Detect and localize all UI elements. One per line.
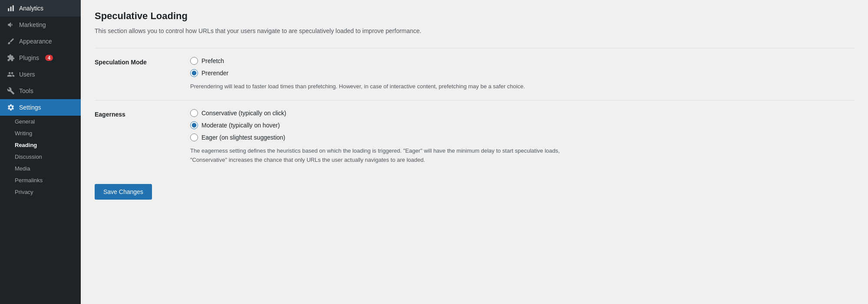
- plugins-badge: 4: [45, 55, 53, 61]
- submenu-item-reading[interactable]: Reading: [0, 139, 81, 151]
- prefetch-option[interactable]: Prefetch: [190, 57, 854, 65]
- speculation-mode-controls: Prefetch Prerender Prerendering will lea…: [190, 57, 854, 91]
- sidebar-item-users-label: Users: [19, 71, 35, 78]
- megaphone-icon: [7, 21, 15, 29]
- sidebar-item-plugins-label: Plugins: [19, 54, 39, 61]
- main-content: Speculative Loading This section allows …: [81, 0, 868, 304]
- submenu-item-privacy[interactable]: Privacy: [0, 186, 81, 198]
- wrench-icon: [7, 87, 15, 95]
- sidebar-item-analytics[interactable]: Analytics: [0, 0, 81, 17]
- speculation-mode-helper: Prerendering will lead to faster load ti…: [190, 82, 564, 91]
- conservative-label: Conservative (typically on click): [201, 110, 286, 117]
- sidebar-item-tools[interactable]: Tools: [0, 83, 81, 99]
- settings-row-eagerness: Eagerness Conservative (typically on cli…: [95, 100, 854, 174]
- sidebar-item-settings-label: Settings: [19, 104, 41, 111]
- paintbrush-icon: [7, 37, 15, 45]
- submenu-item-discussion[interactable]: Discussion: [0, 151, 81, 163]
- sidebar-item-appearance-label: Appearance: [19, 38, 52, 45]
- sidebar: Analytics Marketing Appearance Plugins 4…: [0, 0, 81, 304]
- save-changes-row: Save Changes: [95, 174, 854, 200]
- settings-row-speculation-mode: Speculation Mode Prefetch Prerender Prer…: [95, 48, 854, 100]
- sidebar-item-appearance[interactable]: Appearance: [0, 33, 81, 50]
- prefetch-label: Prefetch: [201, 57, 224, 64]
- prerender-option[interactable]: Prerender: [190, 69, 854, 77]
- page-description: This section allows you to control how U…: [95, 26, 485, 36]
- svg-rect-1: [10, 7, 12, 11]
- users-icon: [7, 70, 15, 78]
- eager-label: Eager (on slightest suggestion): [201, 134, 285, 141]
- eagerness-controls: Conservative (typically on click) Modera…: [190, 109, 854, 165]
- plugin-icon: [7, 54, 15, 62]
- submenu-item-writing[interactable]: Writing: [0, 127, 81, 139]
- sidebar-item-plugins[interactable]: Plugins 4: [0, 50, 81, 66]
- moderate-label: Moderate (typically on hover): [201, 122, 280, 129]
- prerender-label: Prerender: [201, 70, 228, 77]
- moderate-radio[interactable]: [190, 121, 198, 129]
- svg-rect-0: [8, 8, 9, 11]
- sidebar-item-tools-label: Tools: [19, 87, 33, 94]
- submenu-item-general[interactable]: General: [0, 116, 81, 127]
- speculation-mode-radio-group: Prefetch Prerender: [190, 57, 854, 77]
- conservative-option[interactable]: Conservative (typically on click): [190, 109, 854, 117]
- moderate-option[interactable]: Moderate (typically on hover): [190, 121, 854, 129]
- speculation-mode-label: Speculation Mode: [95, 57, 190, 66]
- sidebar-item-users[interactable]: Users: [0, 66, 81, 83]
- submenu-item-permalinks[interactable]: Permalinks: [0, 174, 81, 186]
- eagerness-helper: The eagerness setting defines the heuris…: [190, 147, 564, 165]
- conservative-radio[interactable]: [190, 109, 198, 117]
- prerender-radio[interactable]: [190, 69, 198, 77]
- sidebar-item-marketing-label: Marketing: [19, 21, 46, 28]
- eager-option[interactable]: Eager (on slightest suggestion): [190, 134, 854, 141]
- eager-radio[interactable]: [190, 134, 198, 141]
- submenu-item-media[interactable]: Media: [0, 163, 81, 174]
- settings-icon: [7, 104, 15, 111]
- eagerness-label: Eagerness: [95, 109, 190, 118]
- eagerness-radio-group: Conservative (typically on click) Modera…: [190, 109, 854, 141]
- sidebar-item-analytics-label: Analytics: [19, 5, 43, 12]
- sidebar-item-settings[interactable]: Settings: [0, 99, 81, 116]
- page-title: Speculative Loading: [95, 10, 854, 22]
- bar-chart-icon: [7, 4, 15, 12]
- prefetch-radio[interactable]: [190, 57, 198, 65]
- save-changes-button[interactable]: Save Changes: [95, 184, 152, 200]
- sidebar-item-marketing[interactable]: Marketing: [0, 17, 81, 33]
- svg-rect-2: [13, 5, 14, 11]
- settings-submenu: General Writing Reading Discussion Media…: [0, 116, 81, 198]
